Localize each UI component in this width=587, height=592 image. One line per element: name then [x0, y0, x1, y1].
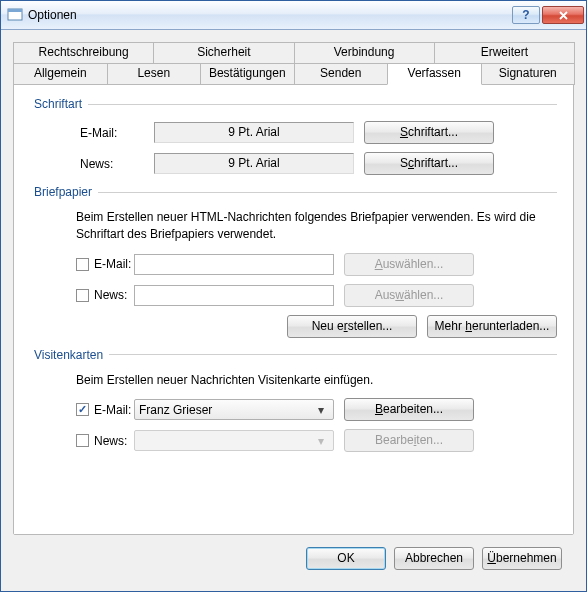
group-title-stationery: Briefpapier: [34, 185, 92, 199]
vcards-email-combo[interactable]: Franz Grieser ▾: [134, 399, 334, 420]
tab-rechtschreibung[interactable]: Rechtschreibung: [13, 42, 154, 64]
font-news-label: News:: [34, 157, 154, 171]
window-title: Optionen: [28, 8, 510, 22]
divider: [98, 192, 557, 193]
tab-verfassen[interactable]: Verfassen: [387, 63, 482, 85]
stationery-news-select-button: Auswählen...: [344, 284, 474, 307]
vcards-desc: Beim Erstellen neuer Nachrichten Visiten…: [34, 372, 557, 399]
stationery-news-field[interactable]: [134, 285, 334, 306]
stationery-email-select-button: Auswählen...: [344, 253, 474, 276]
divider: [88, 104, 557, 105]
tab-senden[interactable]: Senden: [294, 63, 389, 85]
vcards-news-edit-button: Bearbeiten...: [344, 429, 474, 452]
stationery-email-label: E-Mail:: [94, 257, 131, 271]
font-email-label: E-Mail:: [34, 126, 154, 140]
vcards-news-label: News:: [94, 434, 127, 448]
stationery-news-label: News:: [94, 288, 127, 302]
vcards-email-checkbox[interactable]: [76, 403, 89, 416]
tab-lesen[interactable]: Lesen: [107, 63, 202, 85]
tab-verbindung[interactable]: Verbindung: [294, 42, 435, 64]
stationery-email-checkbox[interactable]: [76, 258, 89, 271]
svg-text:?: ?: [522, 10, 529, 20]
vcards-news-combo: ▾: [134, 430, 334, 451]
close-button[interactable]: [542, 6, 584, 24]
stationery-email-field[interactable]: [134, 254, 334, 275]
tab-allgemein[interactable]: Allgemein: [13, 63, 108, 85]
chevron-down-icon: ▾: [313, 434, 329, 448]
group-title-font: Schriftart: [34, 97, 82, 111]
tab-erweitert[interactable]: Erweitert: [434, 42, 575, 64]
cancel-button[interactable]: Abbrechen: [394, 547, 474, 570]
font-email-button[interactable]: Schriftart...: [364, 121, 494, 144]
apply-button[interactable]: Übernehmen: [482, 547, 562, 570]
stationery-news-checkbox[interactable]: [76, 289, 89, 302]
stationery-download-button[interactable]: Mehr herunterladen...: [427, 315, 557, 338]
chevron-down-icon: ▾: [313, 403, 329, 417]
ok-button[interactable]: OK: [306, 547, 386, 570]
font-email-display: 9 Pt. Arial: [154, 122, 354, 143]
divider: [109, 354, 557, 355]
tab-sicherheit[interactable]: Sicherheit: [153, 42, 294, 64]
vcards-news-checkbox[interactable]: [76, 434, 89, 447]
help-button[interactable]: ?: [512, 6, 540, 24]
font-news-display: 9 Pt. Arial: [154, 153, 354, 174]
svg-rect-1: [8, 9, 22, 12]
vcards-email-label: E-Mail:: [94, 403, 131, 417]
group-title-vcards: Visitenkarten: [34, 348, 103, 362]
app-icon: [7, 7, 23, 23]
tab-bestaetigungen[interactable]: Bestätigungen: [200, 63, 295, 85]
font-news-button[interactable]: Schriftart...: [364, 152, 494, 175]
tab-signaturen[interactable]: Signaturen: [481, 63, 576, 85]
vcards-email-edit-button[interactable]: Bearbeiten...: [344, 398, 474, 421]
stationery-desc: Beim Erstellen neuer HTML-Nachrichten fo…: [34, 209, 557, 253]
stationery-new-button[interactable]: Neu erstellen...: [287, 315, 417, 338]
